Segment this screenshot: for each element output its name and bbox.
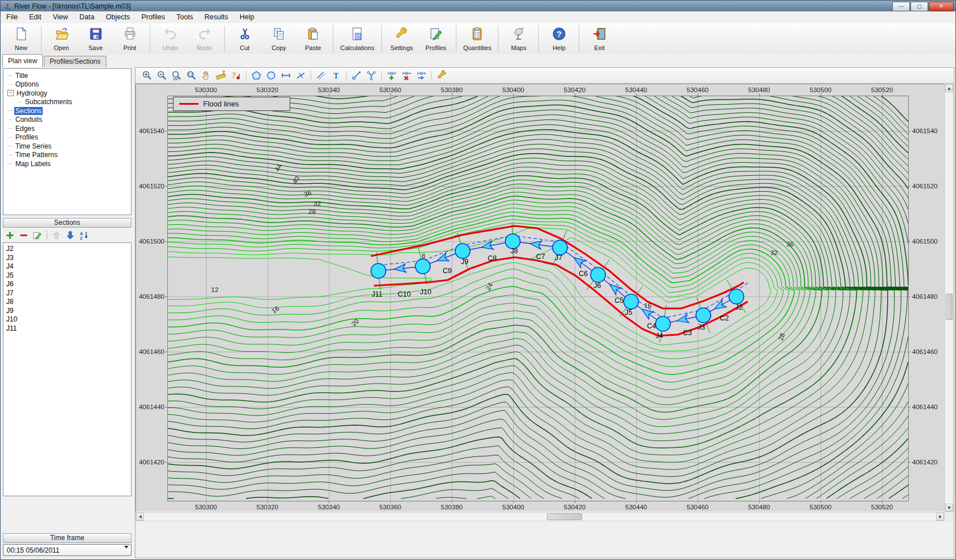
map-tool-node-move-button[interactable] [415, 69, 428, 82]
map-tool-text-button[interactable]: T [329, 69, 343, 82]
section-list-item[interactable]: J7 [6, 289, 131, 298]
tree-item-time-patterns[interactable]: Time Patterns [3, 151, 131, 160]
section-edit-button[interactable] [32, 230, 43, 241]
paste-button[interactable]: Paste [296, 24, 330, 53]
map-tool-point-button[interactable] [350, 69, 363, 82]
vertical-scrollbar[interactable] [945, 84, 954, 512]
scroll-up-button[interactable] [945, 84, 953, 92]
map-tool-measure-button[interactable]: ? [215, 69, 228, 82]
time-frame-combobox[interactable]: 00:15 05/06/2011 [3, 544, 131, 556]
map-tool-polygon-button[interactable] [250, 69, 263, 82]
settings-button[interactable]: Settings [385, 24, 419, 53]
menu-data[interactable]: Data [74, 11, 100, 23]
section-list-item[interactable]: J3 [6, 254, 131, 263]
tree-item-options[interactable]: Options [3, 80, 131, 89]
map-tool-cross-section-button[interactable] [294, 69, 307, 82]
tree-item-time-series[interactable]: Time Series [3, 142, 131, 151]
map-tool-node-add-button[interactable] [385, 69, 398, 82]
junction-node-j11[interactable] [371, 263, 386, 278]
help-button[interactable]: ?Help [542, 24, 576, 53]
vertical-scroll-thumb[interactable] [946, 294, 953, 320]
section-list-item[interactable]: J2 [6, 245, 131, 254]
map-view[interactable]: 5303005303005303205303205303405303405303… [135, 84, 945, 512]
calculations-button[interactable]: Calculations [336, 24, 378, 53]
section-move-down-button[interactable] [65, 230, 76, 241]
map-tool-info-button[interactable]: ? [229, 69, 242, 82]
cut-button[interactable]: Cut [228, 24, 262, 53]
save-button[interactable]: Save [79, 24, 113, 53]
tab-plan-view[interactable]: Plan view [2, 54, 43, 67]
map-tool-zoom-out-button[interactable] [155, 69, 168, 82]
new-button[interactable]: New [4, 24, 38, 53]
section-sort-button[interactable]: AZ [79, 230, 89, 241]
tree-item-map-labels[interactable]: Map Labels [3, 159, 131, 168]
tree-item-subcatchments[interactable]: Subcatchments [3, 98, 131, 107]
map-tool-line-button[interactable] [315, 69, 328, 82]
exit-button[interactable]: Exit [582, 24, 616, 53]
junction-node-j3[interactable] [696, 308, 711, 323]
tree-item-hydrology[interactable]: −Hydrology [3, 89, 131, 98]
junction-node-j4[interactable] [656, 316, 670, 331]
profiles-button[interactable]: Profiles [419, 24, 453, 53]
map-tool-node-delete-button[interactable] [400, 69, 413, 82]
junction-node-j7[interactable] [553, 240, 567, 255]
tree-item-title[interactable]: Title [3, 71, 131, 80]
tree-item-conduits[interactable]: Conduits [3, 116, 131, 125]
junction-node-j10[interactable] [415, 259, 430, 274]
maps-icon [512, 27, 526, 43]
section-list-item[interactable]: J5 [6, 271, 131, 281]
measure-icon: ? [216, 70, 226, 81]
junction-node-j9[interactable] [455, 244, 470, 258]
tree-item-profiles[interactable]: Profiles [3, 133, 131, 142]
map-tool-vertices-button[interactable] [365, 69, 378, 82]
menu-tools[interactable]: Tools [171, 11, 199, 23]
section-list-item[interactable]: J11 [6, 324, 131, 333]
scroll-right-button[interactable] [936, 513, 944, 521]
section-add-button[interactable] [5, 230, 15, 241]
map-tool-zoom-window-button[interactable] [185, 69, 198, 82]
section-list-item[interactable]: J4 [6, 262, 131, 271]
copy-button[interactable]: Copy [262, 24, 296, 53]
section-list-item[interactable]: J6 [6, 280, 131, 289]
map-tool-zoom-100-button[interactable]: 100 [170, 69, 183, 82]
menu-help[interactable]: Help [234, 11, 260, 23]
open-button[interactable]: Open [44, 24, 79, 53]
menu-view[interactable]: View [47, 11, 74, 23]
section-list-item[interactable]: J8 [6, 298, 131, 307]
quantities-button[interactable]: Quantities [459, 24, 496, 53]
map-tool-segment-button[interactable] [279, 69, 292, 82]
junction-node-j2[interactable] [729, 289, 744, 304]
map-tool-pan-button[interactable] [200, 69, 213, 82]
x-axis-tick-label-bottom: 530440 [625, 504, 647, 510]
section-remove-button[interactable] [18, 230, 29, 241]
junction-node-j6[interactable] [591, 267, 605, 282]
junction-node-j5[interactable] [624, 294, 638, 309]
print-button[interactable]: Print [113, 24, 147, 53]
section-list-item[interactable]: J9 [6, 307, 131, 316]
scroll-down-button[interactable] [945, 504, 953, 512]
menu-results[interactable]: Results [199, 11, 234, 23]
contour-elevation-label: 28 [777, 332, 786, 341]
section-list-item[interactable]: J10 [6, 315, 131, 324]
sections-list[interactable]: J2J3J4J5J6J7J8J9J10J11 [3, 242, 131, 496]
tab-profiles-sections[interactable]: Profiles/Sections [44, 56, 106, 67]
collapse-expander-icon[interactable]: − [7, 90, 14, 96]
scroll-left-button[interactable] [136, 513, 144, 521]
menu-profiles[interactable]: Profiles [135, 11, 171, 23]
horizontal-scroll-thumb[interactable] [547, 513, 582, 520]
map-tool-wrench-button[interactable] [435, 69, 448, 82]
tree-item-edges[interactable]: Edges [3, 124, 131, 133]
chevron-down-icon[interactable] [124, 549, 129, 557]
maximize-button[interactable]: ▢ [910, 2, 928, 11]
maps-button[interactable]: Maps [501, 24, 535, 53]
map-tool-zoom-in-button[interactable] [141, 69, 154, 82]
menu-file[interactable]: File [1, 11, 23, 23]
menu-edit[interactable]: Edit [23, 11, 47, 23]
minimize-button[interactable]: — [892, 2, 910, 11]
close-button[interactable]: ✕ [929, 2, 954, 11]
menu-objects[interactable]: Objects [100, 11, 135, 23]
tree-item-sections[interactable]: Sections [3, 106, 131, 116]
map-tool-ellipse-button[interactable] [265, 69, 278, 82]
horizontal-scrollbar[interactable] [135, 512, 945, 521]
tree-item-label: Options [14, 80, 40, 88]
